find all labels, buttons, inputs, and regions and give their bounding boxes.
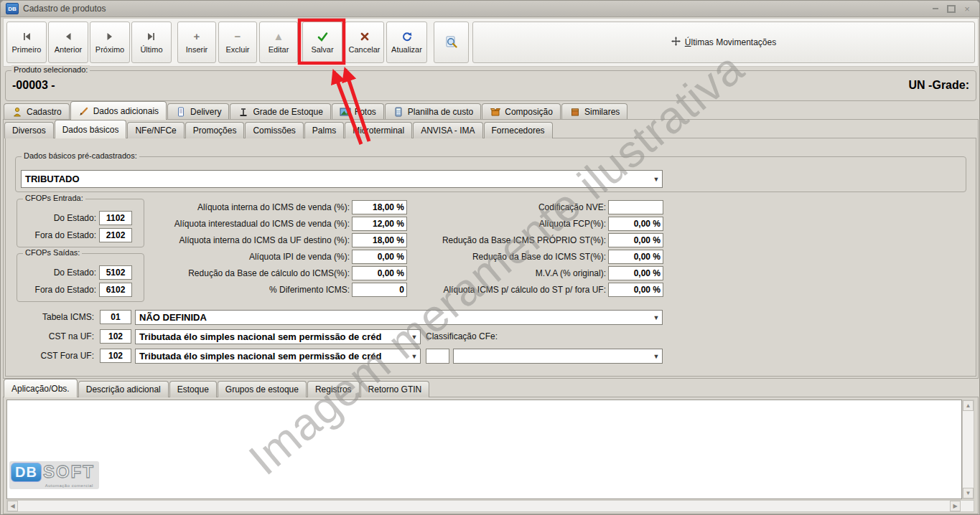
minimize-button[interactable] <box>930 4 941 14</box>
first-button[interactable]: Primeiro <box>6 22 47 63</box>
app-logo-icon: DB <box>6 3 19 14</box>
open-box-icon <box>490 107 501 117</box>
tab-aplicacao-obs[interactable]: Aplicação/Obs. <box>4 379 78 397</box>
maximize-button[interactable] <box>946 4 956 14</box>
aliquota-fcp-input[interactable] <box>608 217 663 231</box>
diferimento-icms-input[interactable] <box>352 283 407 297</box>
bottom-tab-bar: Aplicação/Obs. Descrição adicional Estoq… <box>4 380 429 397</box>
cst-fora-uf-combo[interactable]: Tributada élo simples nacional sem permi… <box>135 349 421 364</box>
previous-button[interactable]: Anterior <box>48 22 88 63</box>
tab-registros[interactable]: Registros <box>307 381 360 397</box>
save-button[interactable]: Salvar <box>302 22 342 63</box>
edit-button[interactable]: ▲ Editar <box>259 22 298 63</box>
mva-original-input[interactable] <box>608 266 663 280</box>
application-obs-textarea[interactable] <box>6 400 962 499</box>
icms-interestadual-input[interactable] <box>352 217 407 231</box>
tab-retorno-gtin[interactable]: Retorno GTIN <box>360 381 430 397</box>
chevron-down-icon[interactable]: ▼ <box>650 353 662 360</box>
pre-registered-combo[interactable]: TRIBUTADO ▼ <box>21 170 663 188</box>
reducao-icms-proprio-st-input[interactable] <box>608 233 663 247</box>
icms-st-fora-uf-row: Alíquota ICMS p/ cálculo do ST p/ fora U… <box>403 283 663 297</box>
scroll-up-button[interactable]: ▲ <box>963 400 974 411</box>
tab-grupos-de-estoque[interactable]: Grupos de estoque <box>218 381 307 397</box>
triangle-up-icon: ▲ <box>274 31 284 42</box>
person-icon <box>11 107 23 117</box>
classificacao-cfe-code-input[interactable] <box>426 349 449 364</box>
tab-composicao[interactable]: Composição <box>482 103 561 120</box>
chevron-down-icon[interactable]: ▼ <box>650 176 662 183</box>
tab-estoque[interactable]: Estoque <box>169 381 217 397</box>
next-button[interactable]: Próximo <box>90 22 130 63</box>
scroll-down-button[interactable]: ▼ <box>963 488 974 499</box>
chevron-down-icon[interactable]: ▼ <box>409 334 420 341</box>
tab-promocoes[interactable]: Promoções <box>185 122 245 138</box>
last-movements-button[interactable]: Últimas Movimentações <box>472 22 975 63</box>
delete-button[interactable]: − Excluir <box>218 22 257 63</box>
reducao-base-icms-input[interactable] <box>352 266 407 280</box>
cst-fora-uf-row: CST Fora UF: <box>22 349 131 363</box>
tabela-icms-code-input[interactable] <box>100 310 131 324</box>
minus-icon: − <box>235 31 241 42</box>
icms-st-fora-uf-input[interactable] <box>608 283 663 297</box>
tab-fornecedores[interactable]: Fornecedores <box>484 122 553 138</box>
last-icon <box>146 31 157 42</box>
selected-product-label: Produto selecionado: <box>11 65 90 74</box>
search-button[interactable] <box>434 22 469 63</box>
classificacao-cfe-combo[interactable]: ▼ <box>453 349 663 364</box>
vertical-scrollbar[interactable] <box>962 400 974 499</box>
close-button[interactable]: × <box>962 4 972 14</box>
icms-interna-venda-input[interactable] <box>352 200 407 214</box>
insert-button[interactable]: + Inserir <box>177 22 216 63</box>
check-icon <box>317 31 328 42</box>
reducao-base-icms-row: Redução da Base de cálculo do ICMS(%): <box>22 266 407 280</box>
tab-cadastro[interactable]: Cadastro <box>4 103 70 120</box>
tab-descricao-adicional[interactable]: Descrição adicional <box>78 381 169 397</box>
tab-delivery[interactable]: Delivery <box>167 103 229 120</box>
chevron-down-icon[interactable]: ▼ <box>650 314 662 321</box>
cst-na-uf-row: CST na UF: <box>22 329 131 344</box>
cst-na-uf-code-input[interactable] <box>100 329 131 344</box>
refresh-button[interactable]: Atualizar <box>386 22 427 63</box>
cst-na-uf-combo[interactable]: Tributada élo simples nacional sem permi… <box>135 329 421 344</box>
tab-anvisa-ima[interactable]: ANVISA - IMA <box>413 122 482 138</box>
pre-registered-label: Dados básicos pré-cadastrados: <box>22 151 139 160</box>
chevron-down-icon[interactable]: ▼ <box>409 353 420 360</box>
tab-dados-basicos[interactable]: Dados básicos <box>55 120 127 138</box>
tab-planilha-de-custo[interactable]: Planilha de custo <box>385 103 481 120</box>
reducao-icms-st-input[interactable] <box>608 250 663 264</box>
tab-palms[interactable]: Palms <box>304 122 344 138</box>
icms-interna-venda-row: Alíquota interna do ICMS de venda (%): <box>22 200 407 214</box>
icms-interestadual-row: Alíquota interestadual do ICMS de venda … <box>22 217 407 231</box>
tabela-icms-combo[interactable]: NÃO DEFINIDA ▼ <box>135 310 663 325</box>
refresh-icon <box>401 31 412 42</box>
tab-fotos[interactable]: Fotos <box>332 103 384 120</box>
tab-microterminal[interactable]: Microterminal <box>345 122 412 138</box>
selected-product-panel: Produto selecionado: -00003 - UN -Grade: <box>5 70 976 101</box>
horizontal-scrollbar[interactable] <box>6 500 974 512</box>
calculator-icon <box>393 107 404 117</box>
scale-icon <box>238 107 249 117</box>
previous-icon <box>63 31 73 42</box>
ipi-venda-input[interactable] <box>352 250 407 264</box>
photo-icon <box>340 107 351 117</box>
next-icon <box>105 31 115 42</box>
plus-icon: + <box>194 31 200 42</box>
cst-fora-uf-code-input[interactable] <box>100 349 131 363</box>
tab-grade-de-estoque[interactable]: Grade de Estoque <box>230 103 330 120</box>
tab-diversos[interactable]: Diversos <box>4 122 54 138</box>
tab-comissoes[interactable]: Comissões <box>245 122 303 138</box>
notepad-icon <box>175 107 187 117</box>
scroll-right-button[interactable]: ▶ <box>950 501 961 511</box>
tab-dados-adicionais[interactable]: Dados adicionais <box>70 101 167 120</box>
mva-original-row: M.V.A (% original): <box>403 266 663 280</box>
tab-similares[interactable]: Similares <box>561 103 627 120</box>
sub-tab-bar: Diversos Dados básicos NFe/NFCe Promoçõe… <box>4 121 553 138</box>
last-button[interactable]: Último <box>131 22 172 63</box>
codificacao-nve-input[interactable] <box>608 200 663 214</box>
scroll-left-button[interactable]: ◀ <box>7 501 18 511</box>
icms-uf-destino-input[interactable] <box>352 233 407 247</box>
cancel-button[interactable]: Cancelar <box>345 22 384 63</box>
diferimento-icms-row: % Diferimento ICMS: <box>22 283 407 297</box>
box-icon <box>569 107 581 117</box>
tab-nfe-nfce[interactable]: NFe/NFCe <box>127 122 184 138</box>
